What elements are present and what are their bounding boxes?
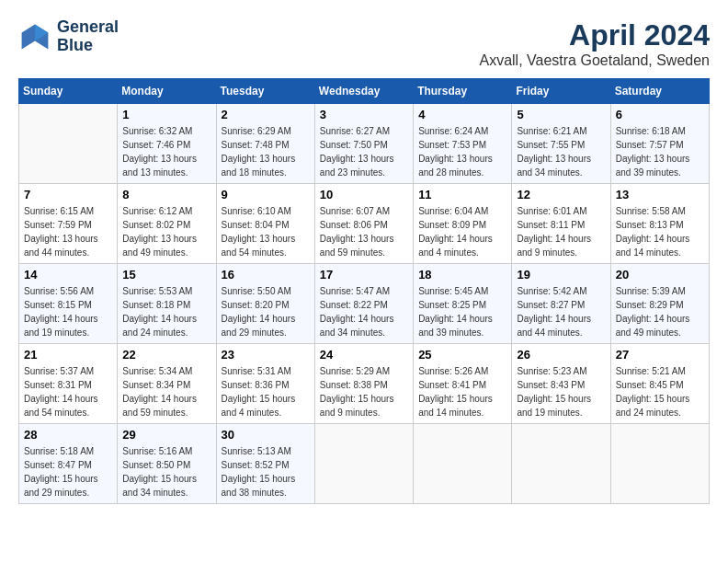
calendar-day-cell: 17Sunrise: 5:47 AMSunset: 8:22 PMDayligh…	[314, 264, 413, 344]
day-number: 17	[320, 268, 408, 282]
calendar-day-cell: 13Sunrise: 5:58 AMSunset: 8:13 PMDayligh…	[610, 184, 709, 264]
day-number: 4	[418, 108, 506, 121]
day-number: 14	[24, 268, 112, 282]
calendar-day-cell: 24Sunrise: 5:29 AMSunset: 8:38 PMDayligh…	[314, 344, 413, 424]
day-number: 12	[517, 188, 605, 201]
day-info: Sunrise: 5:56 AMSunset: 8:15 PMDaylight:…	[24, 284, 112, 339]
calendar-day-cell: 20Sunrise: 5:39 AMSunset: 8:29 PMDayligh…	[610, 264, 709, 344]
day-of-week-header: Tuesday	[216, 79, 314, 104]
calendar-day-cell: 18Sunrise: 5:45 AMSunset: 8:25 PMDayligh…	[414, 264, 512, 344]
day-number: 13	[616, 188, 704, 201]
calendar-day-cell: 8Sunrise: 6:12 AMSunset: 8:02 PMDaylight…	[118, 184, 216, 264]
day-of-week-header: Saturday	[610, 79, 709, 104]
calendar-day-cell: 7Sunrise: 6:15 AMSunset: 7:59 PMDaylight…	[19, 184, 118, 264]
day-number: 7	[24, 188, 112, 201]
day-of-week-header: Wednesday	[314, 79, 413, 104]
page-subtitle: Axvall, Vaestra Goetaland, Sweden	[479, 52, 710, 69]
calendar-day-cell: 30Sunrise: 5:13 AMSunset: 8:52 PMDayligh…	[216, 424, 314, 504]
calendar-week-row: 7Sunrise: 6:15 AMSunset: 7:59 PMDaylight…	[19, 184, 710, 264]
calendar-day-cell: 21Sunrise: 5:37 AMSunset: 8:31 PMDayligh…	[19, 344, 118, 424]
day-of-week-header: Friday	[512, 79, 610, 104]
day-info: Sunrise: 6:12 AMSunset: 8:02 PMDaylight:…	[122, 204, 210, 259]
day-of-week-header: Sunday	[19, 79, 118, 104]
calendar-week-row: 14Sunrise: 5:56 AMSunset: 8:15 PMDayligh…	[19, 264, 710, 344]
calendar-day-cell: 10Sunrise: 6:07 AMSunset: 8:06 PMDayligh…	[314, 184, 413, 264]
day-info: Sunrise: 5:29 AMSunset: 8:38 PMDaylight:…	[320, 364, 408, 419]
day-info: Sunrise: 5:18 AMSunset: 8:47 PMDaylight:…	[24, 444, 112, 500]
day-info: Sunrise: 6:21 AMSunset: 7:55 PMDaylight:…	[517, 124, 605, 179]
day-number: 6	[616, 108, 704, 121]
day-number: 5	[517, 108, 605, 121]
day-number: 25	[418, 348, 506, 362]
day-info: Sunrise: 6:07 AMSunset: 8:06 PMDaylight:…	[320, 204, 408, 259]
day-number: 23	[222, 348, 310, 362]
day-number: 20	[616, 268, 704, 282]
day-number: 19	[517, 268, 605, 282]
day-number: 26	[517, 348, 605, 362]
days-of-week-row: SundayMondayTuesdayWednesdayThursdayFrid…	[19, 79, 710, 104]
day-number: 16	[222, 268, 310, 282]
day-info: Sunrise: 6:24 AMSunset: 7:53 PMDaylight:…	[418, 124, 506, 179]
day-number: 21	[24, 348, 112, 362]
day-info: Sunrise: 5:26 AMSunset: 8:41 PMDaylight:…	[418, 364, 506, 419]
day-number: 9	[222, 188, 310, 201]
day-number: 11	[418, 188, 506, 201]
calendar-day-cell	[314, 424, 413, 504]
logo-text: General Blue	[57, 18, 119, 55]
calendar-day-cell: 3Sunrise: 6:27 AMSunset: 7:50 PMDaylight…	[314, 104, 413, 184]
day-info: Sunrise: 5:47 AMSunset: 8:22 PMDaylight:…	[320, 284, 408, 339]
day-number: 8	[122, 188, 210, 201]
calendar-day-cell: 29Sunrise: 5:16 AMSunset: 8:50 PMDayligh…	[118, 424, 216, 504]
day-info: Sunrise: 6:04 AMSunset: 8:09 PMDaylight:…	[418, 204, 506, 259]
calendar-day-cell	[610, 424, 709, 504]
day-number: 30	[222, 428, 310, 442]
day-number: 24	[320, 348, 408, 362]
day-info: Sunrise: 6:01 AMSunset: 8:11 PMDaylight:…	[517, 204, 605, 259]
day-number: 2	[222, 108, 310, 121]
calendar-day-cell: 16Sunrise: 5:50 AMSunset: 8:20 PMDayligh…	[216, 264, 314, 344]
calendar-day-cell: 1Sunrise: 6:32 AMSunset: 7:46 PMDaylight…	[118, 104, 216, 184]
logo-line1: General	[57, 18, 119, 37]
calendar-day-cell: 23Sunrise: 5:31 AMSunset: 8:36 PMDayligh…	[216, 344, 314, 424]
calendar-day-cell: 2Sunrise: 6:29 AMSunset: 7:48 PMDaylight…	[216, 104, 314, 184]
calendar-day-cell: 15Sunrise: 5:53 AMSunset: 8:18 PMDayligh…	[118, 264, 216, 344]
day-number: 3	[320, 108, 408, 121]
calendar-day-cell	[512, 424, 610, 504]
calendar-day-cell: 6Sunrise: 6:18 AMSunset: 7:57 PMDaylight…	[610, 104, 709, 184]
calendar-day-cell: 5Sunrise: 6:21 AMSunset: 7:55 PMDaylight…	[512, 104, 610, 184]
day-info: Sunrise: 6:27 AMSunset: 7:50 PMDaylight:…	[320, 124, 408, 179]
day-info: Sunrise: 6:32 AMSunset: 7:46 PMDaylight:…	[122, 124, 210, 179]
day-info: Sunrise: 6:29 AMSunset: 7:48 PMDaylight:…	[222, 124, 310, 179]
day-info: Sunrise: 5:50 AMSunset: 8:20 PMDaylight:…	[222, 284, 310, 339]
calendar-week-row: 28Sunrise: 5:18 AMSunset: 8:47 PMDayligh…	[19, 424, 710, 504]
day-info: Sunrise: 5:45 AMSunset: 8:25 PMDaylight:…	[418, 284, 506, 339]
day-number: 29	[122, 428, 210, 442]
day-number: 15	[122, 268, 210, 282]
calendar-day-cell: 12Sunrise: 6:01 AMSunset: 8:11 PMDayligh…	[512, 184, 610, 264]
calendar-week-row: 21Sunrise: 5:37 AMSunset: 8:31 PMDayligh…	[19, 344, 710, 424]
logo: General Blue	[18, 18, 119, 55]
calendar-day-cell: 14Sunrise: 5:56 AMSunset: 8:15 PMDayligh…	[19, 264, 118, 344]
calendar-day-cell: 25Sunrise: 5:26 AMSunset: 8:41 PMDayligh…	[414, 344, 512, 424]
title-area: April 2024 Axvall, Vaestra Goetaland, Sw…	[479, 18, 710, 69]
calendar-day-cell: 9Sunrise: 6:10 AMSunset: 8:04 PMDaylight…	[216, 184, 314, 264]
day-info: Sunrise: 5:31 AMSunset: 8:36 PMDaylight:…	[222, 364, 310, 419]
day-number: 1	[122, 108, 210, 121]
day-info: Sunrise: 5:37 AMSunset: 8:31 PMDaylight:…	[24, 364, 112, 419]
calendar-day-cell: 26Sunrise: 5:23 AMSunset: 8:43 PMDayligh…	[512, 344, 610, 424]
day-of-week-header: Monday	[118, 79, 216, 104]
calendar-table: SundayMondayTuesdayWednesdayThursdayFrid…	[18, 78, 710, 504]
day-info: Sunrise: 6:10 AMSunset: 8:04 PMDaylight:…	[222, 204, 310, 259]
calendar-day-cell	[19, 104, 118, 184]
logo-icon	[18, 20, 51, 53]
calendar-week-row: 1Sunrise: 6:32 AMSunset: 7:46 PMDaylight…	[19, 104, 710, 184]
calendar-day-cell: 22Sunrise: 5:34 AMSunset: 8:34 PMDayligh…	[118, 344, 216, 424]
day-number: 22	[122, 348, 210, 362]
header: General Blue April 2024 Axvall, Vaestra …	[18, 18, 710, 69]
day-info: Sunrise: 5:53 AMSunset: 8:18 PMDaylight:…	[122, 284, 210, 339]
day-info: Sunrise: 5:23 AMSunset: 8:43 PMDaylight:…	[517, 364, 605, 419]
day-info: Sunrise: 5:34 AMSunset: 8:34 PMDaylight:…	[122, 364, 210, 419]
day-number: 18	[418, 268, 506, 282]
page-title: April 2024	[479, 18, 710, 52]
logo-line2: Blue	[57, 37, 119, 55]
